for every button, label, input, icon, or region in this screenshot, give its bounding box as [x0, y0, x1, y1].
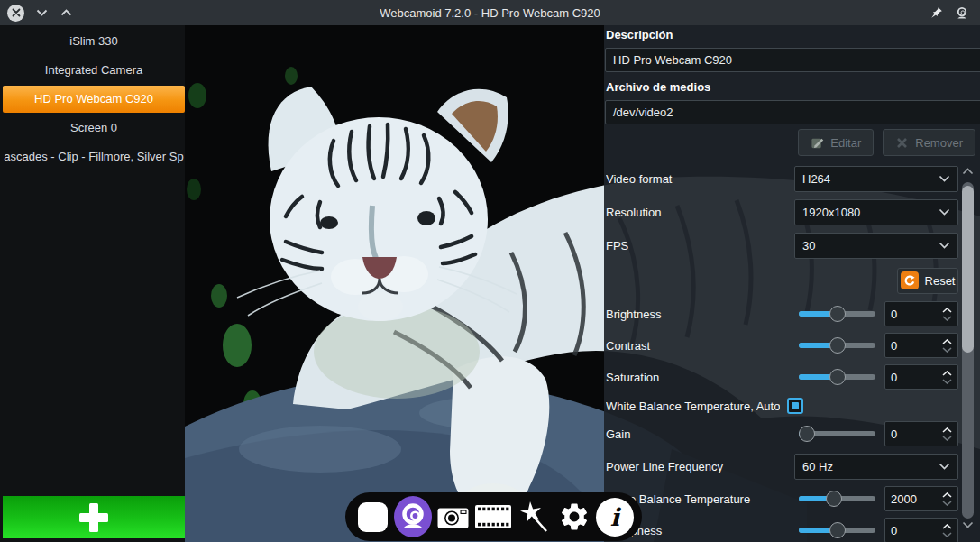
slider-thumb[interactable] [829, 306, 846, 322]
media-buttons-row: Editar Remover [798, 129, 975, 156]
edit-button[interactable]: Editar [798, 129, 874, 156]
saturation-slider[interactable] [799, 369, 875, 385]
spin-arrows[interactable] [942, 308, 952, 321]
white-balance-temperature-value: 2000 [891, 492, 917, 506]
settings-button[interactable] [555, 496, 593, 537]
gear-icon [558, 501, 591, 533]
slider-thumb[interactable] [799, 426, 815, 442]
sidebar-item-islim-330[interactable]: iSlim 330 [3, 28, 185, 55]
video-format-select[interactable]: H264 [794, 166, 958, 192]
effects-button[interactable] [515, 496, 553, 537]
gain-slider[interactable] [799, 426, 875, 442]
sharpness-spinbox[interactable]: 0 [884, 518, 958, 542]
media-file-label: Archivo de medios [606, 80, 710, 94]
brightness-spinbox[interactable]: 0 [884, 301, 958, 326]
chevron-down-icon [36, 9, 48, 16]
film-strip-icon [475, 505, 511, 528]
scroll-up-icon[interactable] [962, 168, 974, 175]
saturation-row: Saturation 0 [606, 364, 958, 390]
saturation-value: 0 [891, 371, 897, 384]
shade-button[interactable] [34, 5, 49, 20]
webcam-icon [398, 502, 427, 531]
record-video-button[interactable] [474, 496, 512, 537]
video-format-label: Video format [606, 172, 794, 186]
resolution-select[interactable]: 1920x1080 [794, 199, 958, 225]
panel-scrollbar[interactable] [961, 25, 975, 542]
info-icon: i [596, 498, 634, 537]
reset-button[interactable]: Reset [897, 268, 958, 294]
chevron-up-icon [942, 339, 952, 344]
scroll-down-icon[interactable] [962, 521, 974, 528]
fps-row: FPS 30 [606, 233, 958, 258]
sharpness-slider[interactable] [799, 522, 875, 538]
spin-arrows[interactable] [942, 524, 952, 537]
gain-label: Gain [606, 427, 799, 441]
white-balance-auto-row: White Balance Temperature, Auto [606, 393, 958, 418]
slider-thumb[interactable] [829, 337, 846, 354]
sidebar-item-hd-pro-webcam-c920[interactable]: HD Pro Webcam C920 [3, 86, 185, 113]
gain-row: Gain 0 [606, 421, 958, 446]
white-balance-temperature-spinbox[interactable]: 2000 [884, 486, 958, 511]
content-area: iSlim 330 Integrated Camera HD Pro Webca… [0, 25, 980, 542]
chevron-up-icon [60, 9, 72, 16]
chevron-down-icon [939, 242, 950, 249]
pin-button[interactable] [930, 6, 943, 19]
video-format-row: Video format H264 [606, 166, 958, 191]
titlebar-right-icons [930, 6, 980, 20]
fps-value: 30 [802, 239, 815, 253]
chevron-down-icon [942, 436, 952, 441]
scrollbar-thumb[interactable] [962, 186, 974, 353]
chevron-down-icon [942, 501, 952, 506]
saturation-spinbox[interactable]: 0 [884, 364, 958, 390]
chevron-up-icon [942, 524, 952, 529]
add-media-button[interactable] [3, 496, 185, 538]
contrast-spinbox[interactable]: 0 [884, 333, 958, 358]
contrast-label: Contrast [606, 339, 799, 353]
spin-arrows[interactable] [942, 371, 952, 384]
spin-arrows[interactable] [942, 427, 952, 441]
description-input[interactable]: HD Pro Webcam C920 [605, 48, 980, 72]
contrast-value: 0 [891, 339, 897, 353]
contrast-slider[interactable] [799, 337, 875, 354]
pencil-icon [811, 136, 824, 150]
photo-camera-icon [436, 505, 470, 529]
virtual-camera-button[interactable] [955, 6, 969, 20]
resolution-label: Resolution [606, 206, 794, 219]
close-button[interactable] [7, 5, 24, 22]
media-file-input[interactable]: /dev/video2 [605, 100, 980, 124]
window-controls [0, 5, 73, 22]
white-balance-temperature-slider[interactable] [799, 491, 875, 507]
fps-select[interactable]: 30 [794, 233, 958, 259]
contrast-row: Contrast 0 [606, 333, 958, 358]
spin-arrows[interactable] [942, 339, 952, 353]
titlebar: Webcamoid 7.2.0 - HD Pro Webcam C920 [0, 0, 980, 25]
stop-capture-button[interactable] [353, 496, 391, 537]
brightness-label: Brightness [606, 308, 799, 321]
remove-button-label: Remover [915, 136, 963, 150]
device-list-sidebar: iSlim 330 Integrated Camera HD Pro Webca… [0, 25, 185, 542]
device-settings-panel: Descripción HD Pro Webcam C920 Archivo d… [604, 25, 980, 542]
take-photo-button[interactable] [435, 496, 472, 537]
magic-wand-icon [517, 501, 550, 533]
undo-icon [901, 271, 919, 289]
sidebar-item-screen-0[interactable]: Screen 0 [3, 115, 185, 142]
description-label: Descripción [606, 28, 673, 41]
fps-label: FPS [606, 239, 794, 253]
gain-spinbox[interactable]: 0 [884, 421, 958, 446]
power-line-frequency-select[interactable]: 60 Hz [794, 454, 958, 480]
chevron-down-icon [942, 316, 952, 321]
sidebar-item-cascades-clip[interactable]: ascades - Clip - Fillmore, Silver Sp [3, 143, 185, 170]
sidebar-item-integrated-camera[interactable]: Integrated Camera [3, 57, 185, 84]
spin-arrows[interactable] [942, 492, 952, 506]
scrollbar-track[interactable] [962, 182, 974, 519]
slider-thumb[interactable] [829, 522, 846, 538]
slider-thumb[interactable] [829, 369, 846, 385]
chevron-up-icon [942, 371, 952, 376]
webcam-capture-button[interactable] [394, 496, 432, 537]
unshade-button[interactable] [59, 5, 73, 20]
slider-thumb[interactable] [826, 491, 842, 507]
app-window: Webcamoid 7.2.0 - HD Pro Webcam C920 [0, 0, 980, 542]
about-button[interactable]: i [596, 496, 634, 537]
white-balance-auto-checkbox[interactable] [787, 398, 803, 414]
brightness-slider[interactable] [799, 306, 875, 322]
